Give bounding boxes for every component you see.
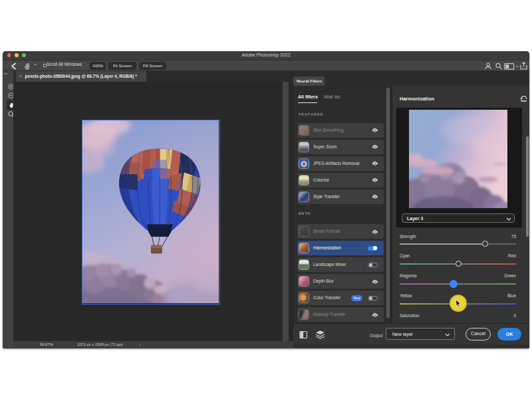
svg-text:,: , [324, 336, 325, 340]
